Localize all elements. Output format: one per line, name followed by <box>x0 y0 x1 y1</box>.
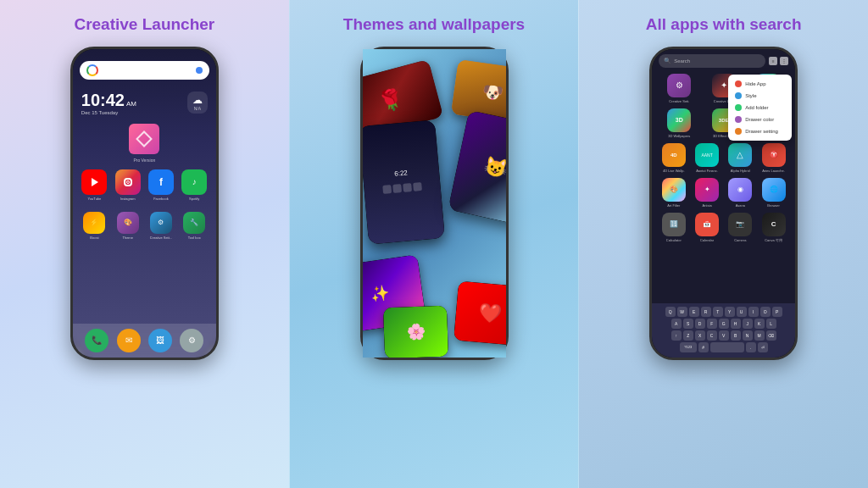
p1-app-row-main: YouTube Instagram f Facebook <box>73 166 216 204</box>
calendar-label: Calendar <box>700 238 714 242</box>
app-asana[interactable]: ◉ Asana <box>728 178 752 208</box>
drawer-setting-icon <box>735 128 742 135</box>
key-e[interactable]: E <box>689 307 699 317</box>
p1-app-instagram[interactable]: Instagram <box>113 169 143 201</box>
kb-row-2: A S D F G H J K L <box>654 319 793 329</box>
key-b[interactable]: B <box>731 330 741 341</box>
app-canva[interactable]: C Canva 可用 <box>762 213 786 242</box>
phone-2-screen: 🌹 🐶 6:22 <box>363 49 506 358</box>
context-style[interactable]: Style <box>728 90 792 102</box>
key-p[interactable]: P <box>772 307 782 317</box>
key-m[interactable]: M <box>754 330 765 341</box>
key-n[interactable]: N <box>743 330 753 341</box>
app-aries[interactable]: ♈ Aries Launche. <box>762 143 786 173</box>
p3-sort-icon[interactable]: ≡ <box>769 57 777 65</box>
app-3d-wallpapers[interactable]: 3D 3D Wallpapers <box>667 108 691 138</box>
key-f[interactable]: F <box>707 319 717 329</box>
browser-label: Browser <box>767 203 780 208</box>
boost-label: Boost <box>90 236 98 240</box>
app-browser[interactable]: 🌐 Browser <box>762 178 786 208</box>
creative-settings-app-icon: ⚙ <box>667 74 691 97</box>
panel-all-apps: All apps with search 🔍 Search ≡ ⋮ Hide A… <box>579 0 868 488</box>
p1-creative-settings[interactable]: ⚙ Creative Sett... <box>146 212 176 240</box>
artista-icon: ✦ <box>695 178 719 202</box>
app-calculator[interactable]: 🔢 Calculator <box>662 213 686 242</box>
creative-settings-label: Creative Sett... <box>150 236 172 240</box>
key-h[interactable]: H <box>731 319 741 329</box>
key-period[interactable]: . <box>746 342 756 352</box>
dock-messages[interactable]: ✉ <box>117 329 141 352</box>
wallpaper-card-4: 😺 <box>448 110 506 225</box>
p3-keyboard: Q W E R T Y U I O P A S D F G H <box>652 303 795 358</box>
app-artista[interactable]: ✦ Artista <box>695 178 719 208</box>
key-c[interactable]: C <box>707 330 717 341</box>
key-k[interactable]: K <box>754 319 765 329</box>
key-r[interactable]: R <box>701 307 711 317</box>
key-shift[interactable]: ↑ <box>671 330 682 341</box>
p1-google-search-bar[interactable] <box>80 61 209 80</box>
context-drawer-color[interactable]: Drawer color <box>728 114 792 125</box>
context-add-folder[interactable]: Add folder <box>728 102 792 114</box>
creative-settings-app-label: Creative Sett. <box>669 99 689 103</box>
app-creative-settings[interactable]: ⚙ Creative Sett. <box>667 74 691 103</box>
3d-wallpapers-label: 3D Wallpapers <box>668 134 690 138</box>
wallpaper-cards: 🌹 🐶 6:22 <box>363 64 506 358</box>
creative-settings-icon: ⚙ <box>150 212 172 234</box>
4d-wallpaper-label: 4D Live Wallp. <box>663 169 685 173</box>
p1-boost[interactable]: ⚡ Boost <box>79 212 109 240</box>
instagram-label: Instagram <box>120 197 136 201</box>
key-space[interactable] <box>710 342 744 352</box>
calendar-icon: 📅 <box>695 213 719 236</box>
toolbox-label: Tool box <box>188 236 201 240</box>
key-s[interactable]: S <box>683 319 693 329</box>
key-g[interactable]: G <box>719 319 729 329</box>
app-alpha-hybrid[interactable]: △ Alpha Hybrid <box>728 143 752 173</box>
dock-settings[interactable]: ⚙ <box>180 329 203 352</box>
key-u[interactable]: U <box>737 307 747 317</box>
key-t[interactable]: T <box>713 307 723 317</box>
alpha-hybrid-icon: △ <box>728 143 752 167</box>
key-j[interactable]: J <box>743 319 753 329</box>
app-calendar[interactable]: 📅 Calendar <box>695 213 719 242</box>
key-o[interactable]: O <box>760 307 771 317</box>
p1-dock: 📞 ✉ 🖼 ⚙ <box>73 324 216 358</box>
p3-search-box[interactable]: 🔍 Search <box>659 54 765 68</box>
context-drawer-setting[interactable]: Drawer setting <box>728 125 792 137</box>
key-v[interactable]: V <box>719 330 729 341</box>
key-x[interactable]: X <box>695 330 705 341</box>
key-d[interactable]: D <box>695 319 705 329</box>
p3-more-icon[interactable]: ⋮ <box>780 57 788 65</box>
p1-theme[interactable]: 🎨 Theme <box>113 212 143 240</box>
p1-weather-text: N/A <box>194 106 201 111</box>
app-camera[interactable]: 📷 Camera <box>728 213 752 242</box>
aries-label: Aries Launche. <box>762 169 785 173</box>
key-i[interactable]: I <box>748 307 759 317</box>
dock-phone[interactable]: 📞 <box>85 329 108 352</box>
dock-gallery[interactable]: 🖼 <box>148 329 172 352</box>
key-backspace[interactable]: ⌫ <box>766 330 776 341</box>
app-row-5: 🔢 Calculator 📅 Calendar 📷 Camera C Canva… <box>652 210 795 245</box>
app-row-4: 🎨 Art Filter ✦ Artista ◉ Asana 🌐 Browser <box>652 175 795 210</box>
context-hide-app[interactable]: Hide App <box>728 78 792 90</box>
key-y[interactable]: Y <box>725 307 735 317</box>
facebook-label: Facebook <box>153 197 169 201</box>
p3-top-bar: 🔍 Search ≡ ⋮ <box>652 49 795 71</box>
key-a[interactable]: A <box>671 319 682 329</box>
p1-app-facebook[interactable]: f Facebook <box>146 169 176 201</box>
key-w[interactable]: W <box>677 307 687 317</box>
p1-toolbox[interactable]: 🔧 Tool box <box>179 212 209 240</box>
key-l[interactable]: L <box>766 319 776 329</box>
key-hash[interactable]: # <box>698 342 709 352</box>
app-art-filter[interactable]: 🎨 Art Filter <box>662 178 686 208</box>
key-q[interactable]: Q <box>665 307 676 317</box>
p1-app-youtube[interactable]: YouTube <box>79 169 109 201</box>
key-enter[interactable]: ⏎ <box>758 342 768 352</box>
alpha-hybrid-label: Alpha Hybrid <box>731 169 750 173</box>
spotify-label: Spotify <box>189 197 199 201</box>
app-aantut[interactable]: AANT Aantut Financ. <box>695 143 719 173</box>
panel-2-title: Themes and wallpapers <box>343 15 525 35</box>
p1-app-spotify[interactable]: ♪ Spotify <box>179 169 209 201</box>
key-z[interactable]: Z <box>683 330 693 341</box>
key-symbols[interactable]: ?123 <box>680 342 697 352</box>
app-4d-wallpaper[interactable]: 4D 4D Live Wallp. <box>662 143 686 173</box>
